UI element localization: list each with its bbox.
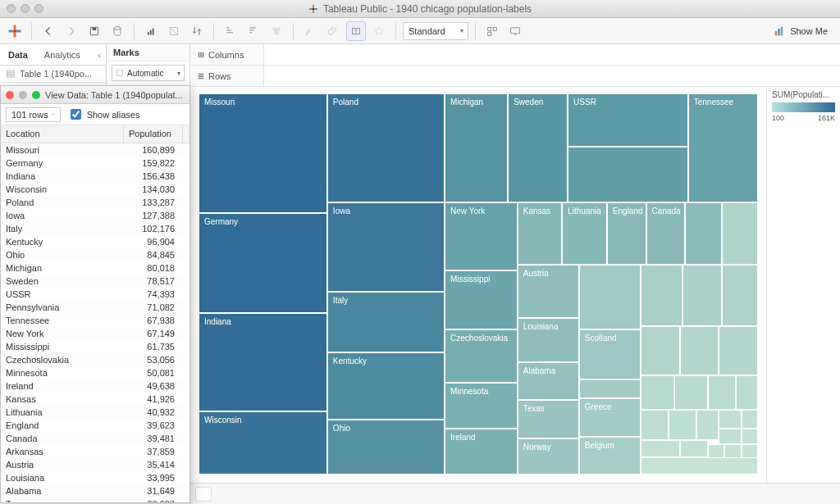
- table-row[interactable]: Poland133,287: [1, 196, 189, 209]
- datawin-headers[interactable]: Location Population: [1, 125, 189, 143]
- treemap-cell[interactable]: Italy: [327, 292, 445, 352]
- table-row[interactable]: Mississippi61,735: [1, 340, 189, 353]
- treemap-cell[interactable]: [641, 410, 669, 440]
- table-row[interactable]: Tennessee67,938: [1, 314, 189, 327]
- viz-canvas[interactable]: MissouriGermanyIndianaWisconsinPolandIow…: [190, 87, 766, 483]
- treemap-cell[interactable]: [742, 410, 758, 429]
- marks-type-dropdown[interactable]: Automatic: [112, 65, 185, 81]
- treemap-cell[interactable]: [674, 375, 708, 410]
- color-legend[interactable]: SUM(Populati... 100161K: [766, 87, 840, 483]
- view-data-minimize-icon[interactable]: [19, 91, 27, 99]
- forward-button[interactable]: [62, 21, 81, 41]
- rows-count-field[interactable]: 101 rows: [6, 107, 61, 122]
- table-row[interactable]: Missouri160,899: [1, 143, 189, 157]
- treemap-cell[interactable]: Lithuania: [562, 202, 607, 266]
- treemap-cell[interactable]: New York: [445, 202, 518, 271]
- treemap-cell[interactable]: [719, 410, 741, 429]
- table-row[interactable]: Italy102,176: [1, 222, 189, 235]
- treemap-cell[interactable]: [641, 440, 680, 457]
- treemap-cell[interactable]: Canada: [646, 202, 686, 266]
- show-me-button[interactable]: Show Me: [766, 23, 835, 39]
- treemap-cell[interactable]: Iowa: [327, 202, 445, 293]
- sort-desc-button[interactable]: [244, 21, 263, 41]
- treemap-cell[interactable]: [696, 410, 719, 440]
- highlight-button[interactable]: [300, 21, 320, 41]
- treemap-cell[interactable]: Scotland: [579, 329, 641, 379]
- treemap-cell[interactable]: Ireland: [445, 429, 518, 474]
- treemap-cell[interactable]: [682, 265, 722, 325]
- view-data-close-icon[interactable]: [6, 91, 14, 99]
- tab-data[interactable]: Data: [0, 44, 36, 65]
- treemap-cell[interactable]: [641, 265, 682, 325]
- treemap-cell[interactable]: Greece: [579, 398, 641, 437]
- table-row[interactable]: Lithuania40,932: [1, 406, 189, 419]
- table-row[interactable]: Czechoslovakia53,056: [1, 353, 189, 366]
- columns-shelf[interactable]: Columns: [190, 44, 840, 66]
- table-row[interactable]: Ireland49,638: [1, 379, 189, 393]
- table-row[interactable]: Kentucky96,904: [1, 235, 189, 248]
- treemap-cell[interactable]: [722, 202, 758, 266]
- rows-shelf[interactable]: Rows: [190, 66, 840, 87]
- save-button[interactable]: [84, 21, 104, 41]
- treemap-cell[interactable]: Louisiana: [518, 318, 579, 361]
- treemap-cell[interactable]: Minnesota: [445, 383, 518, 429]
- table-row[interactable]: Michigan80,018: [1, 261, 189, 275]
- table-row[interactable]: Ohio84,845: [1, 248, 189, 261]
- back-button[interactable]: [39, 21, 58, 41]
- treemap-cell[interactable]: [669, 410, 696, 440]
- treemap-cell[interactable]: England: [607, 202, 646, 266]
- table-row[interactable]: Indiana156,438: [1, 170, 189, 183]
- treemap-cell[interactable]: [641, 375, 674, 410]
- treemap-cell[interactable]: Belgium: [579, 437, 641, 475]
- new-worksheet-button[interactable]: [141, 21, 161, 41]
- table-row[interactable]: Austria35,414: [1, 458, 189, 471]
- show-aliases-checkbox[interactable]: Show aliases: [67, 107, 140, 122]
- tab-analytics[interactable]: Analytics: [36, 44, 89, 65]
- table-row[interactable]: Germany159,822: [1, 157, 189, 170]
- close-window-icon[interactable]: [7, 4, 16, 13]
- datasource-item[interactable]: Table 1 (1940po...: [0, 66, 106, 83]
- table-row[interactable]: Texas28,903: [1, 497, 189, 502]
- fit-dropdown[interactable]: Standard: [403, 22, 468, 40]
- treemap-cell[interactable]: Tennessee: [688, 93, 758, 202]
- treemap-cell[interactable]: USSR: [568, 93, 688, 147]
- clear-sheet-button[interactable]: [164, 21, 184, 41]
- table-row[interactable]: England39,623: [1, 419, 189, 432]
- table-row[interactable]: Sweden78,517: [1, 275, 189, 288]
- treemap-cell[interactable]: [680, 440, 708, 457]
- treemap-cell[interactable]: Indiana: [199, 313, 327, 411]
- zoom-window-icon[interactable]: [34, 4, 43, 13]
- minimize-window-icon[interactable]: [21, 4, 30, 13]
- treemap-cell[interactable]: [719, 326, 758, 375]
- treemap-cell[interactable]: Wisconsin: [199, 411, 327, 474]
- header-location[interactable]: Location: [1, 125, 124, 143]
- table-row[interactable]: Wisconsin134,030: [1, 183, 189, 196]
- treemap-cell[interactable]: Texas: [518, 400, 579, 438]
- table-row[interactable]: Canada39,481: [1, 432, 189, 445]
- treemap-cell[interactable]: [579, 379, 641, 398]
- treemap-cell[interactable]: [685, 202, 721, 266]
- treemap-cell[interactable]: Austria: [518, 265, 579, 318]
- tableau-logo-icon[interactable]: [5, 21, 25, 41]
- treemap-cell[interactable]: [708, 375, 736, 410]
- treemap-cell[interactable]: [641, 457, 758, 474]
- treemap-cell[interactable]: Alabama: [518, 362, 579, 401]
- attach-button[interactable]: [323, 21, 343, 41]
- table-row[interactable]: Minnesota50,081: [1, 366, 189, 379]
- table-row[interactable]: New York67,149: [1, 327, 189, 340]
- table-row[interactable]: Alabama31,649: [1, 484, 189, 497]
- treemap-cell[interactable]: Ohio: [327, 420, 445, 474]
- sort-asc-button[interactable]: [221, 21, 240, 41]
- table-row[interactable]: Louisiana33,995: [1, 471, 189, 484]
- pin-button[interactable]: [369, 21, 389, 41]
- datawin-body[interactable]: Missouri160,899Germany159,822Indiana156,…: [1, 143, 189, 502]
- treemap-cell[interactable]: [680, 326, 719, 375]
- treemap-cell[interactable]: Sweden: [508, 93, 568, 202]
- treemap-cell[interactable]: [641, 326, 680, 375]
- table-row[interactable]: Kansas41,926: [1, 393, 189, 406]
- treemap-cell[interactable]: [736, 375, 758, 410]
- presentation-button[interactable]: [505, 21, 525, 41]
- table-row[interactable]: Pennsylvania71,082: [1, 301, 189, 314]
- data-source-tab[interactable]: [195, 487, 212, 502]
- treemap-cell[interactable]: Norway: [518, 438, 579, 474]
